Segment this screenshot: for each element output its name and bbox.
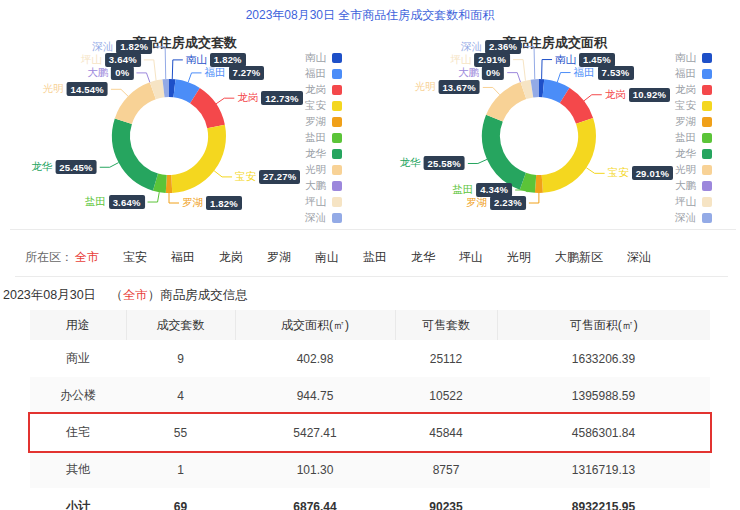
filter-option-11[interactable]: 深汕 [627,249,651,266]
legend-item-1[interactable]: 福田 [675,68,712,79]
pie-label-line [557,73,570,82]
legend-item-6[interactable]: 龙华 [675,148,712,159]
legend-item-2[interactable]: 龙岗 [305,84,342,95]
pie-label-value: 0% [482,66,504,80]
filter-option-1[interactable]: 宝安 [123,249,147,266]
table-cell: 4586301.84 [497,414,710,451]
pie-slice-2[interactable] [565,95,585,120]
pie-label-name: 福田 [205,66,226,80]
chart-legend-area: 南山福田龙岗宝安罗湖盐田龙华光明大鹏坪山深汕 [675,52,712,223]
pie-label-value: 13.67% [438,80,479,94]
legend-item-4[interactable]: 罗湖 [675,116,712,127]
filter-option-9[interactable]: 光明 [507,249,531,266]
table-header-row: 用途成交套数成交面积(㎡)可售套数可售面积(㎡) [30,310,710,340]
legend-item-6[interactable]: 龙华 [305,148,342,159]
filter-option-0[interactable]: 全市 [75,249,99,266]
filter-option-6[interactable]: 盐田 [363,249,387,266]
district-filter: 所在区： 全市宝安福田龙岗罗湖南山盐田龙华坪山光明大鹏新区深汕 [25,249,651,266]
transactions-table-wrap: 用途成交套数成交面积(㎡)可售套数可售面积(㎡) 商业9402.98251121… [30,310,710,510]
legend-item-0[interactable]: 南山 [675,52,712,63]
legend-item-0[interactable]: 南山 [305,52,342,63]
pie-label-value: 2.36% [485,40,521,54]
page-title-link[interactable]: 2023年08月30日 全市商品住房成交套数和面积 [0,7,740,24]
legend-label: 罗湖 [305,115,326,129]
filter-option-8[interactable]: 坪山 [459,249,483,266]
pie-slice-7[interactable] [494,91,523,119]
filter-option-5[interactable]: 南山 [315,249,339,266]
pie-slice-6[interactable] [121,121,155,182]
pie-label-value: 14.54% [67,82,108,96]
legend-swatch [702,101,712,111]
legend-item-3[interactable]: 宝安 [675,100,712,111]
pie-label-value: 27.27% [259,170,300,184]
pie-label-value: 12.73% [261,91,302,105]
pie-label-name: 大鹏 [87,66,108,80]
pie-slice-10[interactable] [532,88,539,89]
pie-slice-9[interactable] [523,89,532,91]
filter-option-7[interactable]: 龙华 [411,249,435,266]
pie-slice-5[interactable] [523,181,536,184]
pie-label-value: 25.45% [55,160,96,174]
legend-item-8[interactable]: 大鹏 [305,180,342,191]
table-cell: 小计 [30,488,126,510]
pie-slice-1[interactable] [174,88,194,95]
legend-label: 坪山 [305,195,326,209]
pie-label: 光明14.54% [43,82,108,96]
pie-slice-5[interactable] [155,182,166,184]
pie-label: 龙华25.45% [31,160,96,174]
legend-item-10[interactable]: 深汕 [675,212,712,223]
filter-option-4[interactable]: 罗湖 [267,249,291,266]
pie-label: 南山1.82% [186,53,246,67]
pie-slice-2[interactable] [195,96,216,127]
legend-item-9[interactable]: 坪山 [305,196,342,207]
table-header-4: 可售面积(㎡) [497,310,710,340]
pie-label-line [586,168,604,174]
pie-slice-6[interactable] [491,118,523,181]
divider-bottom [15,276,728,277]
legend-item-7[interactable]: 光明 [675,164,712,175]
pie-slice-3[interactable] [542,121,587,184]
legend-swatch [332,149,342,159]
legend-swatch [702,69,712,79]
app-root: 2023年08月30日 全市商品住房成交套数和面积 商品住房成交套数 南山福田龙… [0,0,740,510]
legend-label: 坪山 [675,195,696,209]
pie-label-value: 0% [111,66,133,80]
legend-item-5[interactable]: 盐田 [675,132,712,143]
pie-slice-1[interactable] [543,88,564,95]
table-body: 商业9402.98251121633206.39办公楼4944.75105221… [30,340,710,510]
table-cell: 办公楼 [30,377,126,414]
table-cell: 8932215.95 [497,488,710,510]
legend-item-10[interactable]: 深汕 [305,212,342,223]
pie-slice-9[interactable] [153,88,164,90]
legend-item-8[interactable]: 大鹏 [675,180,712,191]
legend-item-3[interactable]: 宝安 [305,100,342,111]
legend-swatch [332,101,342,111]
legend-item-2[interactable]: 龙岗 [675,84,712,95]
table-cell: 402.98 [235,340,395,377]
table-cell: 4 [126,377,235,414]
pie-label-name: 南山 [186,53,207,67]
pie-label: 光明13.67% [414,80,479,94]
filter-option-10[interactable]: 大鹏新区 [555,249,603,266]
filter-option-2[interactable]: 福田 [171,249,195,266]
legend-swatch [702,181,712,191]
legend-label: 龙华 [305,147,326,161]
legend-swatch [702,85,712,95]
legend-item-9[interactable]: 坪山 [675,196,712,207]
pie-label-name: 龙岗 [237,91,258,105]
legend-item-1[interactable]: 福田 [305,68,342,79]
pie-label-value: 1.45% [579,53,615,67]
pie-label-name: 南山 [555,53,576,67]
pie-slice-3[interactable] [172,126,217,183]
table-cell: 90235 [395,488,497,510]
pie-label-name: 深汕 [461,40,482,54]
pie-label-line [111,89,128,96]
legend-swatch [332,165,342,175]
legend-item-7[interactable]: 光明 [305,164,342,175]
pie-label-name: 罗湖 [466,196,487,210]
pie-label-value: 3.64% [105,53,141,67]
legend-item-5[interactable]: 盐田 [305,132,342,143]
legend-item-4[interactable]: 罗湖 [305,116,342,127]
filter-option-3[interactable]: 龙岗 [219,249,243,266]
pie-label: 福田7.53% [574,66,634,80]
